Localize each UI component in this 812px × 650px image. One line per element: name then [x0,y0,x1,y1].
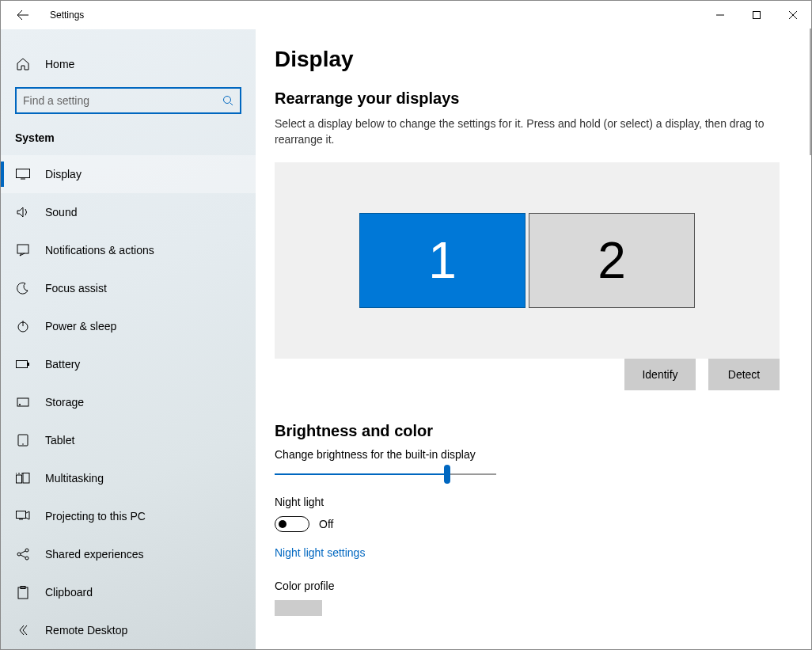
sidebar-item-clipboard[interactable]: Clipboard [1,573,256,611]
display-icon [15,166,31,182]
svg-point-16 [25,557,28,560]
color-profile-dropdown[interactable] [275,600,322,616]
display-arrange-area[interactable]: 1 2 [275,162,780,359]
power-icon [15,318,31,334]
sidebar-item-label: Clipboard [45,586,93,599]
monitor-1[interactable]: 1 [359,213,526,308]
moon-icon [15,280,31,296]
home-nav[interactable]: Home [1,49,256,79]
sidebar-item-focus-assist[interactable]: Focus assist [1,269,256,307]
sound-icon [15,204,31,220]
storage-icon [15,394,31,410]
sidebar-item-storage[interactable]: Storage [1,383,256,421]
back-button[interactable] [15,2,31,28]
close-button[interactable] [775,2,811,28]
sidebar-item-label: Display [45,168,82,181]
slider-thumb[interactable] [444,465,450,484]
detect-button[interactable]: Detect [708,359,780,390]
sidebar-item-sound[interactable]: Sound [1,193,256,231]
sidebar-item-label: Notifications & actions [45,244,154,257]
home-label: Home [45,58,74,70]
project-icon [15,508,31,524]
main-content: Display Rearrange your displays Select a… [256,29,811,649]
section-label: System [1,124,256,149]
sidebar-item-label: Sound [45,206,77,219]
sidebar-item-label: Tablet [45,434,74,447]
brightness-slider[interactable] [275,473,496,475]
sidebar-item-shared-experiences[interactable]: Shared experiences [1,535,256,573]
window-title: Settings [50,10,84,21]
maximize-button[interactable] [738,2,775,28]
battery-icon [15,356,31,372]
identify-button[interactable]: Identify [624,359,696,390]
minimize-button[interactable] [702,2,738,28]
scrollbar[interactable] [810,29,811,155]
toggle-knob [279,520,286,528]
sidebar-item-label: Shared experiences [45,548,144,561]
search-icon [222,95,233,106]
rearrange-heading: Rearrange your displays [275,89,780,108]
sidebar-item-projecting-to-this-pc[interactable]: Projecting to this PC [1,497,256,535]
minimize-icon [716,11,724,19]
notify-icon [15,242,31,258]
sidebar-item-display[interactable]: Display [1,155,256,193]
svg-rect-12 [23,473,29,484]
sidebar-item-multitasking[interactable]: Multitasking [1,459,256,497]
svg-rect-3 [17,245,28,253]
sidebar-item-remote-desktop[interactable]: Remote Desktop [1,611,256,649]
svg-point-10 [22,443,24,445]
svg-rect-0 [753,12,761,19]
sidebar: Home System DisplaySoundNotifications & … [1,29,256,649]
svg-rect-5 [17,361,28,368]
svg-point-15 [25,549,28,552]
svg-point-14 [17,553,21,556]
sidebar-item-label: Projecting to this PC [45,510,146,523]
sidebar-item-power-sleep[interactable]: Power & sleep [1,307,256,345]
nightlight-label: Night light [275,496,780,508]
sidebar-item-label: Focus assist [45,282,107,295]
share-icon [15,546,31,562]
color-profile-label: Color profile [275,580,780,592]
sidebar-item-label: Multitasking [45,472,104,485]
monitor-2[interactable]: 2 [529,213,695,308]
sidebar-item-label: Power & sleep [45,320,116,333]
sidebar-item-label: Battery [45,358,80,371]
sidebar-item-battery[interactable]: Battery [1,345,256,383]
svg-rect-6 [28,363,29,366]
sidebar-item-tablet[interactable]: Tablet [1,421,256,459]
tablet-icon [15,432,31,448]
brightness-heading: Brightness and color [275,422,780,440]
close-icon [789,11,797,19]
multitask-icon [15,470,31,486]
nightlight-toggle[interactable] [275,516,309,532]
svg-rect-7 [17,398,28,406]
search-box[interactable] [15,87,241,114]
svg-rect-13 [17,511,26,519]
sidebar-item-label: Remote Desktop [45,624,127,637]
svg-rect-11 [17,475,22,483]
home-icon [15,56,31,72]
nightlight-state: Off [319,518,333,530]
remote-icon [15,622,31,638]
sidebar-item-notifications-actions[interactable]: Notifications & actions [1,231,256,269]
brightness-label: Change brightness for the built-in displ… [275,448,780,461]
clipboard-icon [15,584,31,600]
rearrange-desc: Select a display below to change the set… [275,116,780,148]
page-title: Display [275,47,780,72]
arrow-left-icon [17,9,29,21]
svg-rect-2 [17,169,30,178]
maximize-icon [753,11,761,19]
svg-rect-17 [18,587,28,599]
svg-point-1 [224,97,231,104]
search-input[interactable] [23,94,222,107]
svg-point-8 [19,404,21,405]
sidebar-item-label: Storage [45,396,84,409]
nightlight-settings-link[interactable]: Night light settings [275,546,365,559]
